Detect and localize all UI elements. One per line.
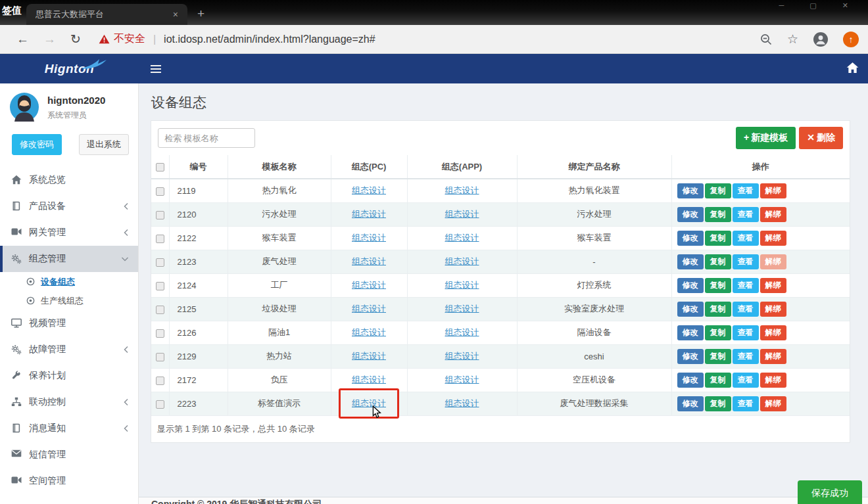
app-design-link[interactable]: 组态设计 xyxy=(445,304,479,313)
tab-close-icon[interactable]: × xyxy=(170,9,181,20)
app-design-link[interactable]: 组态设计 xyxy=(445,398,479,408)
pc-design-link[interactable]: 组态设计 xyxy=(352,256,386,266)
view-button[interactable]: 查看 xyxy=(733,231,759,246)
row-checkbox[interactable] xyxy=(156,377,164,385)
view-button[interactable]: 查看 xyxy=(733,302,759,317)
back-icon[interactable]: ← xyxy=(16,32,29,47)
sidebar-item-products[interactable]: 产品设备 xyxy=(0,193,138,219)
modify-button[interactable]: 修改 xyxy=(677,349,704,364)
select-all-checkbox[interactable] xyxy=(156,163,164,172)
delete-button[interactable]: ✕删除 xyxy=(799,127,843,149)
app-design-link[interactable]: 组态设计 xyxy=(445,256,479,266)
home-icon[interactable] xyxy=(846,62,859,74)
unbind-button[interactable]: 解绑 xyxy=(760,207,786,222)
copy-button[interactable]: 复制 xyxy=(705,231,731,246)
unbind-button[interactable]: 解绑 xyxy=(760,349,786,364)
sidebar-subitem-device-scada[interactable]: 设备组态 xyxy=(0,272,138,291)
view-button[interactable]: 查看 xyxy=(733,207,759,222)
view-button[interactable]: 查看 xyxy=(733,325,759,340)
app-design-link[interactable]: 组态设计 xyxy=(445,327,479,337)
browser-update-icon[interactable]: ↑ xyxy=(843,32,859,47)
modify-button[interactable]: 修改 xyxy=(677,183,704,198)
unbind-button[interactable]: 解绑 xyxy=(760,254,786,269)
row-checkbox[interactable] xyxy=(156,282,164,290)
app-design-link[interactable]: 组态设计 xyxy=(445,233,479,242)
modify-button[interactable]: 修改 xyxy=(677,254,704,269)
sidebar-item-scada[interactable]: 组态管理 xyxy=(0,246,138,272)
view-button[interactable]: 查看 xyxy=(733,278,759,293)
row-checkbox[interactable] xyxy=(156,211,164,219)
row-checkbox[interactable] xyxy=(156,400,164,409)
copy-button[interactable]: 复制 xyxy=(705,396,731,411)
reload-icon[interactable]: ↻ xyxy=(70,32,81,47)
sidebar-item-video[interactable]: 视频管理 xyxy=(0,310,138,336)
row-checkbox[interactable] xyxy=(156,235,164,243)
change-password-button[interactable]: 修改密码 xyxy=(12,134,62,155)
copy-button[interactable]: 复制 xyxy=(705,183,731,198)
app-design-link[interactable]: 组态设计 xyxy=(445,351,479,361)
sidebar-subitem-production-scada[interactable]: 生产线组态 xyxy=(0,291,138,310)
insecure-label[interactable]: 不安全 xyxy=(114,32,145,46)
view-button[interactable]: 查看 xyxy=(733,183,759,198)
pc-design-link[interactable]: 组态设计 xyxy=(352,209,386,219)
pc-design-link[interactable]: 组态设计 xyxy=(352,398,386,408)
modify-button[interactable]: 修改 xyxy=(677,373,704,388)
pc-design-link[interactable]: 组态设计 xyxy=(352,280,386,290)
row-checkbox[interactable] xyxy=(156,306,164,314)
unbind-button[interactable]: 解绑 xyxy=(760,373,786,388)
pc-design-link[interactable]: 组态设计 xyxy=(352,233,386,242)
app-design-link[interactable]: 组态设计 xyxy=(445,209,479,219)
sidebar-item-space[interactable]: 空间管理 xyxy=(0,468,138,494)
unbind-button[interactable]: 解绑 xyxy=(760,396,786,411)
view-button[interactable]: 查看 xyxy=(733,254,759,269)
view-button[interactable]: 查看 xyxy=(733,396,759,411)
copy-button[interactable]: 复制 xyxy=(705,349,731,364)
pc-design-link[interactable]: 组态设计 xyxy=(352,375,386,384)
sidebar-item-maintenance[interactable]: 保养计划 xyxy=(0,363,138,389)
url-text[interactable]: iot.idosp.net/admin/index.html?language=… xyxy=(164,34,752,45)
menu-toggle-icon[interactable] xyxy=(151,65,161,73)
sidebar-item-linkage[interactable]: 联动控制 xyxy=(0,389,138,415)
modify-button[interactable]: 修改 xyxy=(677,396,704,411)
app-design-link[interactable]: 组态设计 xyxy=(445,375,479,384)
sidebar-item-message[interactable]: 消息通知 xyxy=(0,415,138,442)
sidebar-item-gateway[interactable]: 网关管理 xyxy=(0,219,138,246)
pc-design-link[interactable]: 组态设计 xyxy=(352,304,386,313)
sidebar-item-sms[interactable]: 短信管理 xyxy=(0,442,138,468)
unbind-button[interactable]: 解绑 xyxy=(760,231,786,246)
copy-button[interactable]: 复制 xyxy=(705,207,731,222)
profile-avatar-icon[interactable] xyxy=(813,32,829,47)
modify-button[interactable]: 修改 xyxy=(677,325,704,340)
copy-button[interactable]: 复制 xyxy=(705,278,731,293)
search-input[interactable] xyxy=(158,128,255,148)
app-design-link[interactable]: 组态设计 xyxy=(445,280,479,290)
row-checkbox[interactable] xyxy=(156,187,164,196)
sidebar-item-overview[interactable]: 系统总览 xyxy=(0,167,138,193)
modify-button[interactable]: 修改 xyxy=(677,207,704,222)
row-checkbox[interactable] xyxy=(156,329,164,338)
row-checkbox[interactable] xyxy=(156,258,164,267)
unbind-button[interactable]: 解绑 xyxy=(760,278,786,293)
bookmark-star-icon[interactable]: ☆ xyxy=(787,32,798,47)
modify-button[interactable]: 修改 xyxy=(677,302,704,317)
browser-tab[interactable]: 思普云大数据平台 × xyxy=(26,4,187,25)
copy-button[interactable]: 复制 xyxy=(705,325,731,340)
pc-design-link[interactable]: 组态设计 xyxy=(352,327,386,337)
copy-button[interactable]: 复制 xyxy=(705,254,731,269)
zoom-out-icon[interactable] xyxy=(760,33,773,46)
modify-button[interactable]: 修改 xyxy=(677,278,704,293)
window-controls[interactable]: ─ ▢ ✕ xyxy=(779,1,860,10)
row-checkbox[interactable] xyxy=(156,353,164,361)
logo[interactable]: Hignton xyxy=(0,54,139,83)
unbind-button[interactable]: 解绑 xyxy=(760,183,786,198)
copy-button[interactable]: 复制 xyxy=(705,373,731,388)
pc-design-link[interactable]: 组态设计 xyxy=(352,351,386,361)
unbind-button[interactable]: 解绑 xyxy=(760,302,786,317)
sidebar-item-fault[interactable]: 故障管理 xyxy=(0,336,138,363)
copy-button[interactable]: 复制 xyxy=(705,302,731,317)
unbind-button[interactable]: 解绑 xyxy=(760,325,786,340)
new-template-button[interactable]: +新建模板 xyxy=(736,127,796,149)
view-button[interactable]: 查看 xyxy=(733,349,759,364)
modify-button[interactable]: 修改 xyxy=(677,231,704,246)
new-tab-icon[interactable]: + xyxy=(197,7,205,21)
